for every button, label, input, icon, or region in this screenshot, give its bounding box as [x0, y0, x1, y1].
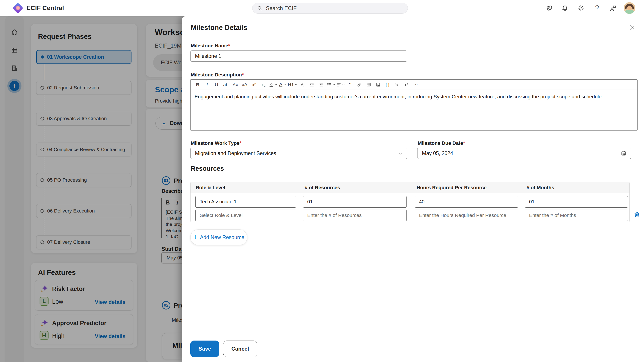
italic-icon[interactable]: I: [203, 81, 211, 89]
text-align-icon[interactable]: [336, 81, 344, 89]
user-avatar[interactable]: [624, 2, 635, 14]
undo-icon[interactable]: [393, 81, 401, 89]
column-hours-required: Hours Required Per Resource: [416, 185, 486, 191]
app-title: ECIF Central: [26, 4, 64, 12]
milestone-name-label: Milestone Name*: [191, 43, 230, 49]
subscript-icon[interactable]: x₂: [260, 81, 268, 89]
feedback-icon[interactable]: [608, 3, 618, 13]
column-role-level: Role & Level: [196, 185, 225, 191]
redo-icon[interactable]: [402, 81, 410, 89]
search-input[interactable]: [266, 5, 403, 11]
search-icon: [257, 5, 263, 11]
description-text[interactable]: Engagement and planning activities will …: [190, 90, 637, 104]
notifications-bell-icon[interactable]: [560, 3, 570, 13]
save-button[interactable]: Save: [190, 341, 219, 357]
global-search[interactable]: [252, 3, 408, 14]
description-editor[interactable]: B I U ab Aa aA x² x₂ A H1: [190, 79, 638, 130]
insert-link-icon[interactable]: [355, 81, 363, 89]
editor-toolbar: B I U ab Aa aA x² x₂ A H1: [190, 79, 637, 90]
due-date-label: Milestone Due Date*: [418, 140, 465, 146]
num-months-input[interactable]: [525, 210, 628, 221]
close-icon[interactable]: [628, 23, 637, 32]
milestone-name-input[interactable]: [190, 50, 407, 62]
bold-icon[interactable]: B: [194, 81, 202, 89]
resources-table-header: Role & Level # of Resources Hours Requir…: [190, 182, 630, 193]
due-date-input[interactable]: May 05, 2024: [417, 148, 631, 159]
insert-image-icon[interactable]: [374, 81, 382, 89]
outdent-icon[interactable]: [308, 81, 316, 89]
more-options-icon[interactable]: ⋯: [412, 81, 420, 89]
role-level-input[interactable]: [196, 210, 296, 221]
add-new-resource-button[interactable]: + Add New Resource: [190, 230, 247, 245]
resources-title: Resources: [191, 165, 224, 172]
highlight-icon[interactable]: [269, 81, 277, 89]
milestone-description-label: Milestone Description*: [191, 72, 244, 78]
resources-table: Role & Level # of Resources Hours Requir…: [190, 182, 630, 222]
copilot-icon[interactable]: [544, 3, 554, 13]
work-type-select[interactable]: Migration and Deployment Services: [190, 148, 407, 159]
help-icon[interactable]: ?: [592, 3, 602, 13]
underline-icon[interactable]: U: [212, 81, 220, 89]
drawer-title: Milestone Details: [191, 24, 247, 32]
delete-row-trash-icon[interactable]: [633, 211, 640, 218]
num-months-input[interactable]: [525, 196, 628, 208]
plus-icon: +: [193, 233, 197, 241]
settings-gear-icon[interactable]: [576, 3, 586, 13]
num-resources-input[interactable]: [303, 196, 406, 208]
clear-formatting-icon[interactable]: [298, 81, 306, 89]
cancel-button[interactable]: Cancel: [223, 341, 257, 357]
increase-font-icon[interactable]: aA: [240, 81, 249, 89]
column-num-months: # of Months: [526, 185, 554, 191]
work-type-label: Milestone Work Type*: [191, 140, 242, 146]
column-num-resources: # of Resources: [305, 185, 340, 191]
superscript-icon[interactable]: x²: [250, 81, 258, 89]
hours-required-input[interactable]: [415, 196, 518, 208]
blockquote-icon[interactable]: ”: [346, 81, 354, 89]
app-logo-icon: [12, 2, 24, 14]
num-resources-input[interactable]: [303, 210, 406, 221]
decrease-font-icon[interactable]: Aa: [231, 81, 239, 89]
code-block-icon[interactable]: { }: [384, 81, 392, 89]
chevron-down-icon: [398, 152, 402, 155]
hours-required-input[interactable]: [415, 210, 518, 221]
bullet-list-icon[interactable]: [327, 81, 335, 89]
font-color-icon[interactable]: A: [278, 81, 286, 89]
heading-style-icon[interactable]: H1: [288, 81, 297, 89]
role-level-input[interactable]: [196, 196, 296, 208]
top-bar: ECIF Central ?: [0, 0, 644, 16]
calendar-icon: [621, 150, 626, 156]
strikethrough-icon[interactable]: ab: [222, 81, 230, 89]
indent-icon[interactable]: [317, 81, 325, 89]
insert-table-icon[interactable]: [365, 81, 373, 89]
